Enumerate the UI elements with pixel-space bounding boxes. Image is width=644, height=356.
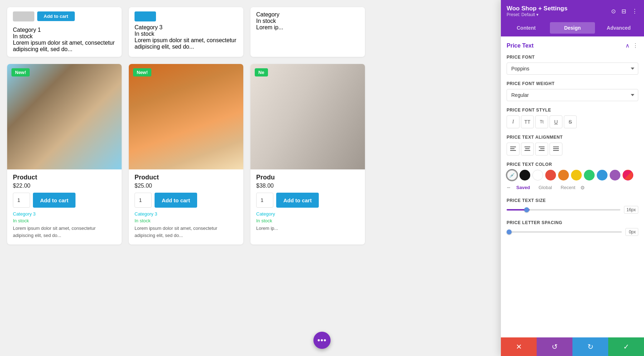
badge-new-2: New! [133,68,151,76]
more-icon-btn[interactable]: ⋮ [631,7,638,15]
badge-new-1: New! [11,68,30,76]
in-stock-top-1: In stock [13,33,116,40]
undo-button[interactable]: ↺ [537,337,572,356]
qty-input-1[interactable] [13,193,30,208]
price-font-weight-field: Price Font Weight Regular Bold Light Med… [507,81,638,101]
product-image-2: New! [129,64,243,169]
color-tab-recent[interactable]: Recent [557,183,579,192]
fab-dots: ••• [317,336,327,345]
color-tab-saved[interactable]: Saved [513,183,533,192]
color-swatch-pink[interactable] [623,170,633,181]
panel-title-wrap: Woo Shop + Settings Preset: Default ▾ [507,5,567,17]
product-image-bg-1 [7,64,122,169]
align-right-btn[interactable] [535,143,548,155]
tab-content[interactable]: Content [504,22,548,34]
add-to-cart-row-1: Add to cart [13,193,116,208]
product-image-bg-3 [250,64,365,169]
svg-rect-1 [510,148,514,149]
color-dots-btn[interactable]: ··· [507,184,510,191]
layout-icon-btn[interactable]: ⊟ [621,7,627,15]
add-to-cart-btn-2[interactable]: Add to cart [155,193,197,208]
add-to-cart-row-2: Add to cart [135,193,238,208]
tab-design[interactable]: Design [550,22,595,34]
product-card-3: Ne Produ $38.00 Add to cart Category In … [250,64,365,244]
panel-body: Price Text ∧ ⋮ Price Font Poppins Roboto… [501,36,644,337]
uppercase-btn[interactable]: TT [521,115,534,128]
partial-card-2: Category 3 In stock Lorem ipsum dolor si… [129,7,243,57]
price-text-size-field: Price Text Size 16px [507,198,638,214]
category-link-top-3[interactable]: Category [256,11,279,18]
price-text-alignment-label: Price Text Alignment [507,135,638,140]
align-left-btn[interactable] [507,143,519,155]
color-swatch-yellow[interactable] [571,170,582,181]
lowercase-btn[interactable]: Tt [535,115,548,128]
align-justify-btn[interactable] [550,143,562,155]
italic-icon: I [512,119,514,125]
category-link-2[interactable]: Category 3 [135,211,238,217]
svg-rect-11 [553,150,559,151]
fab-button[interactable]: ••• [313,332,331,349]
italic-btn[interactable]: I [507,115,519,128]
category-link-3[interactable]: Category [256,211,359,217]
color-tabs-row: ··· Saved Global Recent ⚙ [507,183,638,192]
top-product-row: Add to cart Category 1 In stock Lorem ip… [7,7,365,57]
section-more-btn[interactable]: ⋮ [633,42,638,49]
desc-top-3: Lorem ip... [256,24,359,31]
add-to-cart-small-1[interactable]: Add to cart [37,11,75,21]
price-letter-spacing-slider[interactable] [507,231,622,233]
product-price-2: $25.00 [135,183,238,189]
price-text-title: Price Text [507,43,533,49]
panel-tabs: Content Design Advanced [501,22,644,36]
color-swatch-green[interactable] [584,170,595,181]
partial-card-3: Category In stock Lorem ip... [250,7,365,57]
svg-rect-3 [525,147,530,147]
price-letter-spacing-label: Price Letter Spacing [507,220,638,225]
category-link-top-2[interactable]: Category 3 [135,24,162,30]
align-center-btn[interactable] [521,143,534,155]
qty-input-3[interactable] [256,193,273,208]
product-info-1: Product $22.00 Add to cart Category 3 In… [7,169,122,239]
add-to-cart-btn-1[interactable]: Add to cart [33,193,75,208]
price-font-select[interactable]: Poppins Roboto Open Sans Lato Montserrat [507,63,638,75]
underline-btn[interactable]: U [550,115,562,128]
svg-rect-4 [525,148,530,149]
color-tab-global[interactable]: Global [535,183,556,192]
save-button[interactable]: ✓ [608,337,644,356]
price-text-size-value: 16px [624,206,638,214]
svg-rect-10 [553,148,559,149]
collapse-section-btn[interactable]: ∧ [625,42,630,49]
svg-rect-7 [540,148,545,149]
svg-rect-6 [539,147,545,147]
category-link-top-1[interactable]: Category 1 [13,27,41,33]
panel-preset[interactable]: Preset: Default ▾ [507,12,567,17]
color-swatch-black[interactable] [519,170,530,181]
main-content: Add to cart Category 1 In stock Lorem ip… [0,0,644,356]
settings-icon-btn[interactable]: ⊙ [610,7,616,15]
svg-rect-2 [510,150,516,151]
qty-input-2[interactable] [135,193,152,208]
in-stock-1: In stock [13,218,116,223]
color-swatch-white[interactable] [532,170,543,181]
color-swatch-orange[interactable] [558,170,569,181]
cancel-button[interactable]: ✕ [501,337,537,356]
align-left-icon [510,146,516,153]
price-font-style-label: Price Font Style [507,108,638,113]
category-link-1[interactable]: Category 3 [13,211,116,217]
product-image-3: Ne [250,64,365,169]
price-text-size-label: Price Text Size [507,198,638,203]
color-gear-btn[interactable]: ⚙ [580,185,585,191]
price-text-size-slider[interactable] [507,209,620,211]
section-more-icon: ⋮ [633,43,638,49]
strikethrough-btn[interactable]: S [564,115,577,128]
price-text-color-label: Price Text Color [507,162,638,167]
add-to-cart-btn-3[interactable]: Add to cart [276,193,319,208]
color-swatch-purple[interactable] [610,170,620,181]
panel-icons: ⊙ ⊟ ⋮ [610,7,638,15]
price-font-weight-select[interactable]: Regular Bold Light Medium SemiBold Extra… [507,89,638,101]
redo-button[interactable]: ↻ [572,337,608,356]
tab-advanced[interactable]: Advanced [596,22,641,34]
align-justify-icon [553,146,559,153]
eyedropper-swatch[interactable]: 💉 [507,170,517,181]
color-swatch-blue[interactable] [597,170,608,181]
color-swatch-red[interactable] [545,170,556,181]
